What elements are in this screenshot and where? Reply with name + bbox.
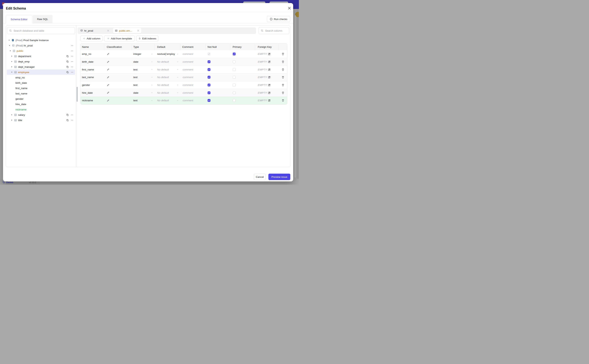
tree-column-hire-date[interactable]: hire_date [7,101,75,107]
primary-checkbox[interactable] [233,91,236,94]
column-name-cell[interactable]: gender [81,81,104,89]
column-name-cell[interactable]: first_name [81,66,104,73]
delete-column-icon[interactable] [281,99,284,102]
primary-checkbox[interactable] [233,84,236,86]
classification-edit-icon[interactable] [107,53,109,55]
page-scrollbar[interactable] [294,15,296,178]
primary-checkbox[interactable] [233,60,236,63]
delete-column-icon[interactable] [281,91,284,94]
close-tab-icon[interactable] [137,30,139,32]
tree-column-birth-date[interactable]: birth_date [7,80,75,85]
tab-raw-sql[interactable]: Raw SQL [33,15,53,23]
classification-edit-icon[interactable] [107,76,109,79]
cancel-button[interactable]: Cancel [254,174,266,180]
copy-icon[interactable] [66,71,69,73]
more-actions-icon[interactable] [71,44,74,47]
comment-input[interactable] [182,99,205,102]
default-select[interactable]: No default [154,66,180,73]
chevron-down-icon[interactable] [8,44,11,47]
classification-edit-icon[interactable] [107,68,109,71]
comment-input[interactable] [182,76,205,79]
chevron-down-icon[interactable] [8,39,10,41]
tab-schema-editor[interactable]: Schema Editor [6,15,32,23]
tree-column-gender[interactable]: gender [7,96,75,101]
classification-edit-icon[interactable] [107,99,109,102]
delete-column-icon[interactable] [281,68,284,71]
primary-checkbox[interactable] [233,99,236,102]
tree-column-emp-no[interactable]: emp_no [7,75,75,80]
tree-item-dept-emp[interactable]: dept_emp [7,59,75,64]
tree-item-hr-prod[interactable]: (Prod) hr_prod [7,43,75,48]
delete-column-icon[interactable] [281,84,284,86]
tree-item-instance[interactable]: (Prod) Prod Sample Instance [7,38,75,43]
default-select[interactable]: No default [154,81,180,89]
default-select[interactable]: nextval('employ [154,50,180,58]
more-actions-icon[interactable] [71,55,74,58]
classification-edit-icon[interactable] [107,84,109,86]
more-actions-icon[interactable] [71,71,74,73]
type-select[interactable]: text [132,73,155,81]
search-database-input[interactable] [7,27,75,34]
chevron-right-icon[interactable] [11,114,13,116]
comment-input[interactable] [182,60,205,63]
not-null-checkbox[interactable] [207,68,210,71]
foreign-key-edit-icon[interactable] [268,91,271,94]
tree-item-title[interactable]: title [7,117,75,123]
default-select[interactable]: No default [154,89,180,97]
tree-column-last-name[interactable]: last_name [7,91,75,96]
more-actions-icon[interactable] [71,119,74,122]
copy-icon[interactable] [66,114,69,116]
foreign-key-edit-icon[interactable] [268,52,271,55]
add-from-template-button[interactable]: Add from template [104,36,135,41]
not-null-checkbox[interactable] [207,60,210,63]
default-select[interactable]: No default [154,58,180,66]
type-select[interactable]: text [132,97,155,104]
editor-tab-hr-prod[interactable]: hr_prod [80,29,111,32]
chevron-right-icon[interactable] [11,55,13,57]
copy-icon[interactable] [66,55,69,58]
search-database-field[interactable] [13,29,73,32]
delete-column-icon[interactable] [281,76,284,79]
edit-indexes-button[interactable]: Edit indexes [136,36,158,41]
foreign-key-edit-icon[interactable] [268,68,271,71]
editor-tab-public-employee[interactable]: public.em... [113,28,141,33]
tree-item-public[interactable]: public [7,48,75,53]
chevron-down-icon[interactable] [9,50,11,52]
type-select[interactable]: date [132,58,155,66]
type-select[interactable]: integer [132,50,155,58]
not-null-checkbox[interactable] [207,76,210,79]
copy-icon[interactable] [66,66,69,68]
column-name-cell[interactable]: hire_date [81,89,104,97]
classification-edit-icon[interactable] [107,60,109,63]
chevron-right-icon[interactable] [11,60,13,63]
not-null-checkbox[interactable] [207,84,210,86]
type-select[interactable]: text [132,66,155,73]
primary-checkbox[interactable] [233,76,236,79]
delete-column-icon[interactable] [281,52,284,55]
copy-icon[interactable] [66,60,69,63]
foreign-key-edit-icon[interactable] [268,84,271,86]
column-name-cell[interactable]: nickname [81,97,104,104]
classification-edit-icon[interactable] [107,91,109,94]
close-icon[interactable] [288,6,291,10]
column-name-cell[interactable]: birth_date [81,58,104,66]
tree-column-nickname[interactable]: nickname [7,107,75,112]
run-checks-button[interactable]: Run checks [267,16,290,22]
chevron-right-icon[interactable] [11,119,13,121]
preview-issue-button[interactable]: Preview issue [268,174,290,180]
not-null-checkbox[interactable] [207,99,210,102]
chevron-down-icon[interactable] [11,71,13,73]
primary-checkbox[interactable] [233,52,236,55]
close-tab-icon[interactable] [107,30,109,32]
primary-checkbox[interactable] [233,68,236,71]
more-actions-icon[interactable] [71,66,74,68]
default-select[interactable]: No default [154,73,180,81]
delete-column-icon[interactable] [281,60,284,63]
more-actions-icon[interactable] [71,114,74,116]
type-select[interactable]: date [132,89,155,97]
comment-input[interactable] [182,52,205,56]
tree-item-department[interactable]: department [7,53,75,59]
foreign-key-edit-icon[interactable] [268,60,271,63]
tree-scrollbar-thumb[interactable] [77,87,78,102]
more-actions-icon[interactable] [71,60,74,63]
